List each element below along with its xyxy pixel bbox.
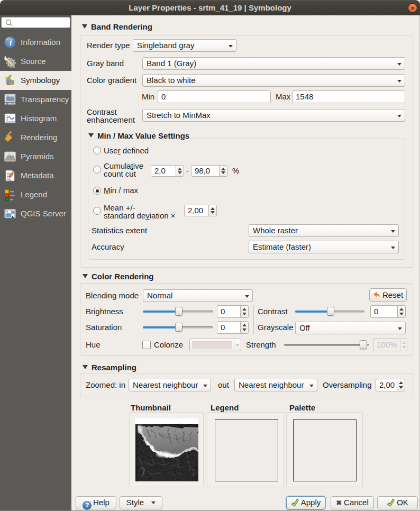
svg-text:i: i [10,38,12,48]
